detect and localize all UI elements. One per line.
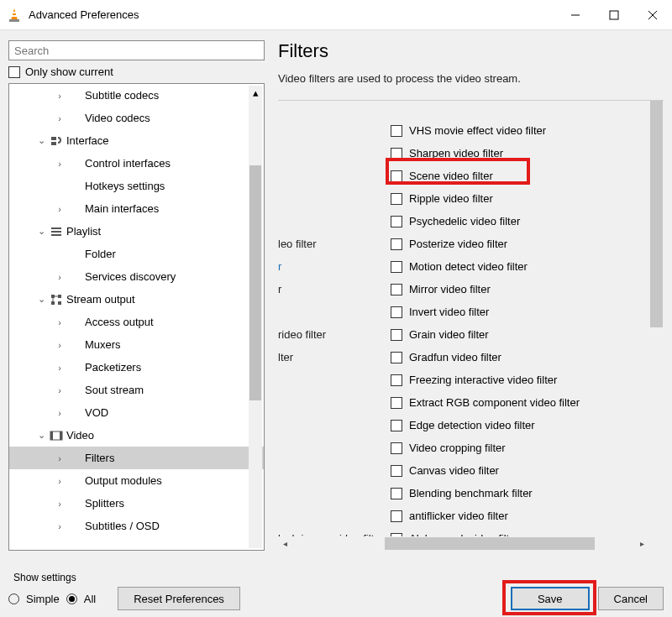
filter-checkbox[interactable]: [391, 374, 402, 386]
svg-marker-0: [11, 8, 18, 20]
filter-left-fragment: [278, 505, 387, 527]
filter-checkbox[interactable]: [391, 352, 402, 363]
filter-checkbox[interactable]: [391, 238, 402, 250]
filter-left-fragment: [278, 459, 387, 482]
search-input[interactable]: [8, 40, 265, 60]
filter-label: Posterize video filter: [409, 238, 507, 250]
interface-icon: [48, 134, 65, 148]
filter-checkbox[interactable]: [391, 193, 402, 205]
simple-radio-label: Simple: [26, 593, 60, 605]
filter-checkbox[interactable]: [391, 397, 402, 409]
tree-node[interactable]: ›Subtitle codecs: [9, 84, 264, 107]
tree-node-label: Control interfaces: [83, 157, 171, 170]
filter-left-fragment: rideo filter: [278, 323, 387, 346]
tree-node[interactable]: Folder: [9, 243, 264, 265]
filter-label: Edge detection video filter: [409, 419, 535, 431]
filters-horizontal-scrollbar[interactable]: ◂ ▸: [278, 536, 649, 551]
filter-row: Ripple video filter: [391, 187, 648, 210]
filter-row: Grain video filter: [391, 323, 648, 346]
filter-checkbox[interactable]: [391, 216, 402, 227]
svg-rect-12: [58, 295, 61, 298]
tree-node[interactable]: ›VOD: [9, 401, 264, 424]
tree-scroll-thumb[interactable]: [249, 165, 261, 400]
filter-checkbox[interactable]: [391, 488, 402, 499]
tree-node[interactable]: ⌄Interface: [9, 129, 264, 152]
tree-node[interactable]: ⌄Video: [9, 424, 264, 447]
save-button[interactable]: Save: [511, 587, 590, 610]
filter-row: Canvas video filter: [391, 459, 648, 482]
tree-node-label: Video: [65, 429, 94, 442]
minimize-button[interactable]: [556, 0, 595, 30]
filter-left-fragment: [278, 369, 387, 391]
vlc-cone-icon: [7, 8, 22, 23]
filters-vertical-scrollbar[interactable]: [649, 101, 664, 531]
tree-node[interactable]: Hotkeys settings: [9, 175, 264, 197]
hscroll-thumb[interactable]: [385, 537, 595, 550]
tree-node-label: VOD: [83, 406, 108, 419]
tree-node[interactable]: ⌄Stream output: [9, 288, 264, 311]
tree-node[interactable]: ›Subtitles / OSD: [9, 515, 264, 537]
tree-node[interactable]: ›Splitters: [9, 492, 264, 515]
chevron-right-icon: ›: [53, 204, 66, 214]
tree-vertical-scrollbar[interactable]: ▴: [249, 86, 262, 548]
tree-node[interactable]: ›Packetizers: [9, 356, 264, 379]
preferences-tree[interactable]: ›Subtitle codecs›Video codecs⌄Interface›…: [9, 84, 264, 550]
filter-checkbox[interactable]: [391, 284, 402, 295]
filter-row: Mirror video filter: [391, 278, 648, 301]
filter-label: Gradfun video filter: [409, 351, 501, 363]
filter-checkbox[interactable]: [391, 465, 402, 477]
simple-radio[interactable]: [8, 593, 19, 604]
tree-node[interactable]: ›Control interfaces: [9, 152, 264, 175]
tree-node[interactable]: ›Main interfaces: [9, 197, 264, 220]
tree-node[interactable]: ›Video codecs: [9, 107, 264, 129]
all-radio[interactable]: [66, 593, 77, 604]
tree-node-label: Interface: [65, 134, 109, 147]
filter-left-fragment: [278, 437, 387, 459]
tree-node-label: Sout stream: [83, 384, 144, 396]
filter-left-fragment: [278, 482, 387, 505]
tree-node-label: Subtitle codecs: [83, 89, 159, 102]
hscroll-right-arrow-icon[interactable]: ▸: [635, 536, 649, 551]
filter-checkbox[interactable]: [391, 148, 402, 159]
filter-left-fragment: [278, 391, 387, 414]
filter-checkbox[interactable]: [391, 510, 402, 522]
filter-left-fragment: [278, 142, 387, 165]
tree-node[interactable]: ›Services discovery: [9, 265, 264, 288]
chevron-right-icon: ›: [53, 453, 66, 463]
filter-left-fragment: [278, 187, 387, 210]
cancel-button[interactable]: Cancel: [598, 587, 664, 610]
tree-node-label: Stream output: [65, 293, 135, 306]
filter-checkbox[interactable]: [391, 306, 402, 318]
tree-node-label: Packetizers: [83, 361, 141, 374]
filter-checkbox[interactable]: [391, 261, 402, 273]
vscroll-thumb[interactable]: [650, 101, 663, 327]
filter-checkbox[interactable]: [391, 125, 402, 137]
hscroll-left-arrow-icon[interactable]: ◂: [278, 536, 292, 551]
tree-node[interactable]: ›Muxers: [9, 333, 264, 356]
all-radio-label: All: [84, 593, 96, 605]
tree-node[interactable]: ⌄Playlist: [9, 220, 264, 243]
reset-preferences-button[interactable]: Reset Preferences: [118, 587, 240, 610]
filter-row: Gradfun video filter: [391, 346, 648, 369]
svg-rect-2: [12, 15, 17, 17]
filter-label: Motion detect video filter: [409, 260, 528, 273]
filter-checkbox[interactable]: [391, 442, 402, 454]
filter-checkbox[interactable]: [391, 420, 402, 431]
tree-node[interactable]: ›Filters: [9, 447, 264, 469]
tree-node-label: Output modules: [83, 474, 162, 487]
maximize-button[interactable]: [595, 0, 633, 30]
filter-checkbox[interactable]: [391, 329, 402, 341]
filter-left-fragment: leo filter: [278, 233, 387, 255]
scroll-up-arrow-icon[interactable]: ▴: [249, 86, 262, 99]
only-show-current-checkbox[interactable]: [8, 66, 20, 78]
stream-icon: [48, 293, 65, 306]
tree-node-label: Folder: [83, 248, 116, 260]
close-button[interactable]: [633, 0, 672, 30]
filter-checkbox[interactable]: [391, 170, 402, 182]
chevron-right-icon: ›: [53, 272, 66, 282]
tree-node[interactable]: ›Output modules: [9, 469, 264, 492]
tree-node[interactable]: ›Access output: [9, 311, 264, 333]
tree-node[interactable]: ›Sout stream: [9, 379, 264, 401]
filter-row: Sharpen video filter: [391, 142, 648, 165]
filter-row: Extract RGB component video filter: [391, 391, 648, 414]
